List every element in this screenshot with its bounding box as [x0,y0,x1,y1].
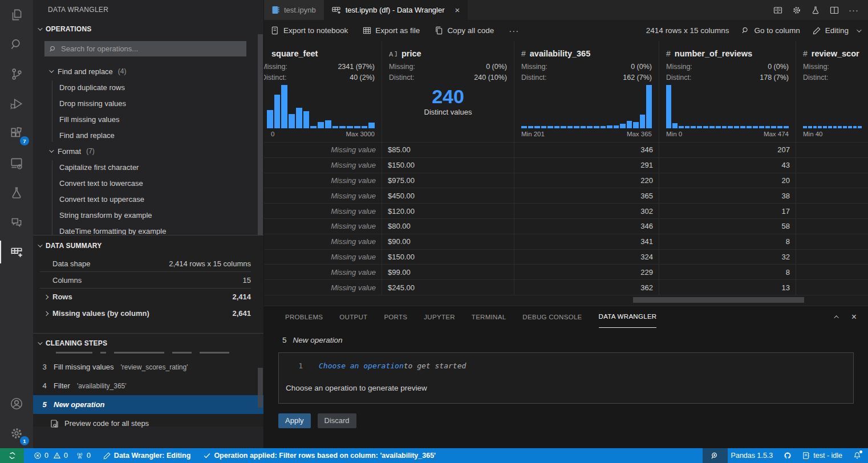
operation-item[interactable]: Capitalize first character [33,159,263,175]
grid-cell[interactable]: $120.00 [382,204,514,218]
grid-cell[interactable] [796,219,868,234]
cleaning-steps-scrollbar[interactable] [258,368,263,408]
close-icon[interactable]: × [455,5,460,15]
operation-applied-status[interactable]: Operation applied: Filter rows based on … [203,452,436,460]
grid-cell[interactable]: $150.00 [382,158,514,173]
grid-cell[interactable]: 43 [659,158,796,173]
grid-cell[interactable]: $245.00 [382,280,514,295]
operation-item[interactable]: Drop duplicate rows [33,79,263,95]
grid-column-header[interactable]: square_feet Missing:2341 (97%) Distinct:… [264,41,382,142]
operation-item[interactable]: Convert text to uppercase [33,191,263,207]
panel-tab-jupyter[interactable]: JUPYTER [424,306,455,328]
table-row[interactable]: Missing value$150.0032432 [264,250,868,265]
horizontal-scrollbar[interactable] [264,295,868,306]
grid-cell[interactable]: 20 [659,173,796,188]
table-row[interactable]: Missing value$90.003418 [264,234,868,250]
data-summary-header[interactable]: DATA SUMMARY [33,238,263,253]
panel-tab-terminal[interactable]: TERMINAL [472,306,506,328]
run-debug-icon[interactable] [0,89,33,119]
accounts-icon[interactable] [0,389,33,419]
grid-cell[interactable]: Missing value [264,265,382,279]
cleaning-step[interactable]: 5 New operation [33,395,263,414]
grid-cell[interactable]: Missing value [264,143,382,157]
grid-column-header[interactable]: A price Missing:0 (0%) Distinct:240 (10%… [382,41,514,142]
grid-cell[interactable]: $150.00 [382,250,514,265]
operations-group-row[interactable]: Format (7) [33,143,263,159]
search-icon[interactable] [0,30,33,59]
operation-item[interactable]: Convert text to lowercase [33,175,263,191]
grid-cell[interactable]: $90.00 [382,234,514,249]
testing-beaker-icon[interactable] [0,178,33,208]
cleaning-step[interactable]: 4 Filter 'availability_365' [33,376,263,395]
grid-cell[interactable] [796,188,868,203]
errors-indicator[interactable]: 0 [34,452,48,460]
table-row[interactable]: Missing value$450.0036538 [264,188,868,204]
table-row[interactable]: Missing value$80.0034658 [264,219,868,234]
grid-cell[interactable]: 58 [659,219,796,234]
notifications-bell-icon[interactable] [853,452,861,460]
copy-all-code-button[interactable]: Copy all code [435,26,494,35]
go-to-column-button[interactable]: Go to column [741,26,800,35]
remote-explorer-icon[interactable] [0,148,33,178]
comments-icon[interactable] [0,208,33,237]
warnings-indicator[interactable]: 0 [53,452,68,460]
data-wrangler-mode-status[interactable]: Data Wrangler: Editing [103,452,191,460]
beaker-icon[interactable] [811,6,820,15]
grid-column-header[interactable]: # availability_365 Missing:0 (0%) Distin… [514,41,659,142]
grid-cell[interactable]: Missing value [264,234,382,249]
settings-gear-icon[interactable]: 1 [0,419,33,448]
table-row[interactable]: Missing value$150.0029143 [264,158,868,173]
grid-cell[interactable]: 13 [659,280,796,295]
preview-code-button[interactable]: Preview code for all steps [33,414,263,433]
panel-tab-data-wrangler[interactable]: DATA WRANGLER [599,306,657,328]
grid-cell[interactable]: Missing value [264,188,382,203]
grid-cell[interactable]: 362 [514,280,659,295]
data-wrangler-icon[interactable] [0,237,33,267]
more-actions-icon[interactable]: ··· [849,5,859,15]
grid-cell[interactable]: Missing value [264,219,382,234]
grid-cell[interactable]: 341 [514,234,659,249]
grid-cell[interactable]: 365 [514,188,659,203]
cleaning-steps-header[interactable]: CLEANING STEPS [33,336,263,351]
open-preview-icon[interactable] [773,6,782,15]
apply-button[interactable]: Apply [278,413,311,428]
tab-data-wrangler[interactable]: test.ipynb (df) - Data Wrangler × [324,0,468,20]
remote-indicator[interactable] [0,448,24,463]
operation-item[interactable]: Drop missing values [33,95,263,111]
grid-cell[interactable]: 32 [659,250,796,265]
panel-tab-debug-console[interactable]: DEBUG CONSOLE [522,306,582,328]
grid-cell[interactable]: 324 [514,250,659,265]
grid-cell[interactable]: $99.00 [382,265,514,279]
panel-tab-ports[interactable]: PORTS [384,306,407,328]
pandas-version-status[interactable]: Pandas 1.5.3 [731,452,773,460]
grid-column-header[interactable]: # review_scor Missing: Distinct: Min 40 [796,41,868,142]
grid-cell[interactable]: 207 [659,143,796,157]
operation-item[interactable]: DateTime formatting by example [33,223,263,235]
table-row[interactable]: Missing value$85.00346207 [264,143,868,158]
grid-cell[interactable] [796,280,868,295]
extensions-icon[interactable]: 7 [0,119,33,148]
grid-cell[interactable] [796,158,868,173]
operations-group-row[interactable]: Find and replace (4) [33,63,263,79]
grid-cell[interactable]: Missing value [264,173,382,188]
scrollbar-thumb[interactable] [633,297,804,303]
tab-test-ipynb[interactable]: test.ipynb [264,0,324,20]
github-indicator[interactable] [784,452,792,460]
grid-cell[interactable]: $450.00 [382,188,514,203]
zoom-indicator[interactable] [703,448,728,463]
source-control-icon[interactable] [0,59,33,89]
table-row[interactable]: Missing value$975.0022020 [264,173,868,189]
table-row[interactable]: Missing value$120.0030217 [264,204,868,219]
grid-cell[interactable]: 17 [659,204,796,218]
grid-cell[interactable] [796,234,868,249]
kernel-status[interactable]: test - idle [802,452,842,460]
operation-code-editor[interactable]: 1 Choose an operation to get started Cho… [278,352,854,404]
summary-row[interactable]: Data shape 2,414 rows x 15 columns [40,255,251,272]
ports-indicator[interactable]: 0 [76,452,91,460]
operation-item[interactable]: Find and replace [33,127,263,143]
cleaning-step[interactable]: 3 Fill missing values 'review_scores_rat… [33,358,263,376]
settings-gear-icon[interactable] [792,6,801,15]
operations-search-input[interactable]: Search for operations... [44,41,246,56]
grid-cell[interactable] [796,143,868,157]
grid-cell[interactable]: $85.00 [382,143,514,157]
